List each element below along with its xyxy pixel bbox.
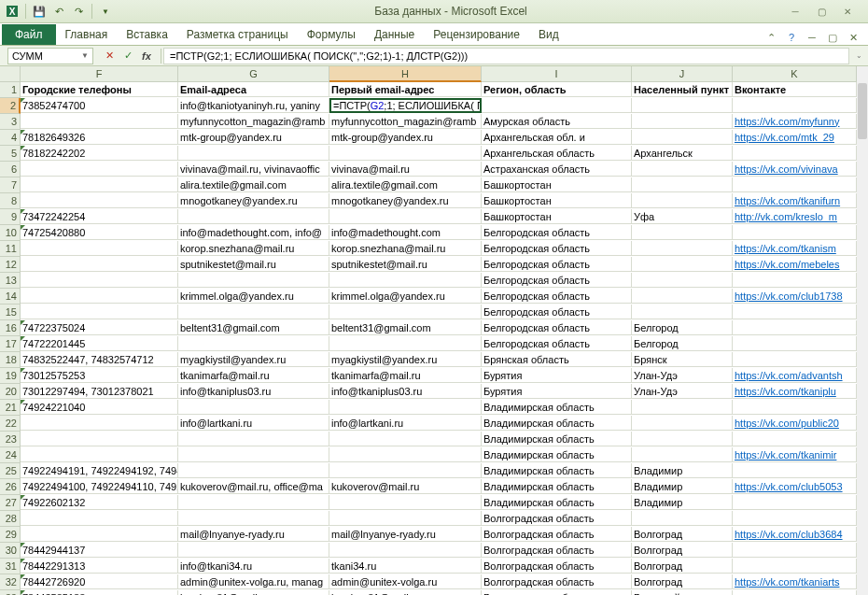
cell[interactable]: Белгород: [632, 320, 733, 335]
spreadsheet-grid[interactable]: FGHIJK1Городские телефоныEmail-адресаПер…: [0, 66, 868, 595]
formula-input[interactable]: [163, 48, 849, 64]
cell[interactable]: Владимир: [632, 479, 733, 494]
cell[interactable]: https://vk.com/myfunny: [733, 114, 857, 129]
cell[interactable]: [21, 305, 178, 319]
cell[interactable]: [178, 273, 329, 288]
cell[interactable]: https://vk.com/public20: [733, 416, 857, 431]
cell[interactable]: [178, 400, 329, 415]
cell[interactable]: 73472242254: [21, 209, 178, 224]
row-header[interactable]: 30: [0, 543, 21, 559]
cell[interactable]: [632, 416, 733, 431]
cell[interactable]: krimmel.olga@yandex.ru: [178, 289, 329, 304]
cell[interactable]: 74924221040: [21, 400, 178, 415]
cell[interactable]: https://vk.com/advantsh: [733, 368, 857, 383]
cell[interactable]: vivinava@mail.ru, vivinavaoffic: [178, 162, 329, 177]
cell[interactable]: [329, 463, 482, 478]
cell[interactable]: 74922494191, 74922494192, 74942641126, 7…: [21, 463, 178, 478]
cell[interactable]: [329, 495, 482, 510]
cell[interactable]: sputnikestet@mail.ru: [178, 257, 329, 272]
cell[interactable]: [632, 177, 733, 192]
cell[interactable]: info@madethought.com, info@: [178, 225, 329, 240]
cell[interactable]: beltent31@gmail.com: [178, 320, 329, 335]
ribbon-tab[interactable]: Рецензирование: [424, 24, 529, 45]
row-header[interactable]: 24: [0, 447, 21, 463]
cell[interactable]: [632, 225, 733, 240]
cell[interactable]: [329, 400, 482, 415]
enter-formula-icon[interactable]: ✓: [119, 48, 136, 64]
cell[interactable]: mail@lnyanye-ryady.ru: [178, 527, 329, 542]
cell[interactable]: [21, 193, 178, 208]
cell[interactable]: [178, 305, 329, 319]
cell[interactable]: info@lartkani.ru: [178, 416, 329, 431]
cell[interactable]: [329, 209, 482, 224]
select-all-corner[interactable]: [0, 66, 21, 82]
cell[interactable]: [482, 98, 632, 113]
cell[interactable]: [178, 495, 329, 510]
cell[interactable]: alira.textile@gmail.com: [178, 177, 329, 192]
cell[interactable]: [733, 98, 857, 113]
cell[interactable]: 78182242202: [21, 146, 178, 161]
cell[interactable]: https://vk.com/club3684: [733, 527, 857, 542]
cell[interactable]: Архангельская область: [482, 146, 632, 161]
cell[interactable]: Волгоградская область: [482, 511, 632, 526]
cell[interactable]: Белгородская область: [482, 225, 632, 240]
cell[interactable]: admin@unitex-volga.ru: [329, 574, 482, 589]
cell[interactable]: 78442726920: [21, 574, 178, 589]
cell[interactable]: [178, 447, 329, 462]
row-header[interactable]: 31: [0, 559, 21, 574]
name-box[interactable]: СУММ▼: [7, 48, 93, 64]
row-header[interactable]: 18: [0, 352, 21, 368]
header-cell[interactable]: Первый email-адрес: [329, 82, 482, 97]
cell[interactable]: [21, 416, 178, 431]
row-header[interactable]: 15: [0, 305, 21, 320]
cell[interactable]: [733, 559, 857, 574]
cell[interactable]: Владимирская область: [482, 479, 632, 494]
cell[interactable]: info@tkani34.ru: [178, 559, 329, 574]
cell[interactable]: [733, 146, 857, 161]
cell[interactable]: [329, 146, 482, 161]
cell[interactable]: myagkiystil@yandex.ru: [178, 352, 329, 367]
cell[interactable]: mtk-group@yandex.ru: [178, 130, 329, 145]
column-header[interactable]: I: [482, 66, 632, 82]
cell[interactable]: tkanimarfa@mail.ru: [329, 368, 482, 383]
row-header[interactable]: 14: [0, 289, 21, 305]
cell[interactable]: [178, 209, 329, 224]
cell[interactable]: [329, 511, 482, 526]
cell[interactable]: https://vk.com/tkaniplu: [733, 384, 857, 399]
cell[interactable]: [178, 511, 329, 526]
cell[interactable]: [632, 257, 733, 272]
cell[interactable]: [632, 193, 733, 208]
cell[interactable]: [329, 543, 482, 558]
cell[interactable]: Белгородская область: [482, 305, 632, 319]
cell[interactable]: Волгоград: [632, 527, 733, 542]
cell[interactable]: [21, 241, 178, 256]
cell[interactable]: [178, 432, 329, 446]
cell[interactable]: [632, 400, 733, 415]
name-box-dropdown-icon[interactable]: ▼: [81, 51, 89, 60]
cell[interactable]: Владимирская область: [482, 495, 632, 510]
cell[interactable]: Амурская область: [482, 114, 632, 129]
cell[interactable]: [21, 527, 178, 542]
ribbon-restore-icon[interactable]: ▢: [825, 30, 840, 45]
cell[interactable]: 74832522447, 74832574712: [21, 352, 178, 367]
row-header[interactable]: 16: [0, 320, 21, 336]
cell[interactable]: https://vk.com/vivinava: [733, 162, 857, 177]
cell[interactable]: Волгоградская область: [482, 543, 632, 558]
row-header[interactable]: 11: [0, 241, 21, 257]
cell[interactable]: [733, 432, 857, 446]
cell[interactable]: [21, 432, 178, 446]
cell[interactable]: info@tkaniplus03.ru: [329, 384, 482, 399]
fx-icon[interactable]: fx: [138, 48, 155, 64]
cell[interactable]: [632, 98, 733, 113]
cell[interactable]: Владимир: [632, 495, 733, 510]
cell[interactable]: [329, 273, 482, 288]
cell[interactable]: 73012575253: [21, 368, 178, 383]
cell[interactable]: myfunnycotton_magazin@ramb: [329, 114, 482, 129]
cell[interactable]: 74722375024: [21, 320, 178, 335]
row-header[interactable]: 13: [0, 273, 21, 289]
cell[interactable]: [733, 495, 857, 510]
row-header[interactable]: 3: [0, 114, 21, 130]
cell[interactable]: [21, 177, 178, 192]
save-icon[interactable]: 💾: [31, 3, 48, 20]
cell[interactable]: Белгородская область: [482, 257, 632, 272]
